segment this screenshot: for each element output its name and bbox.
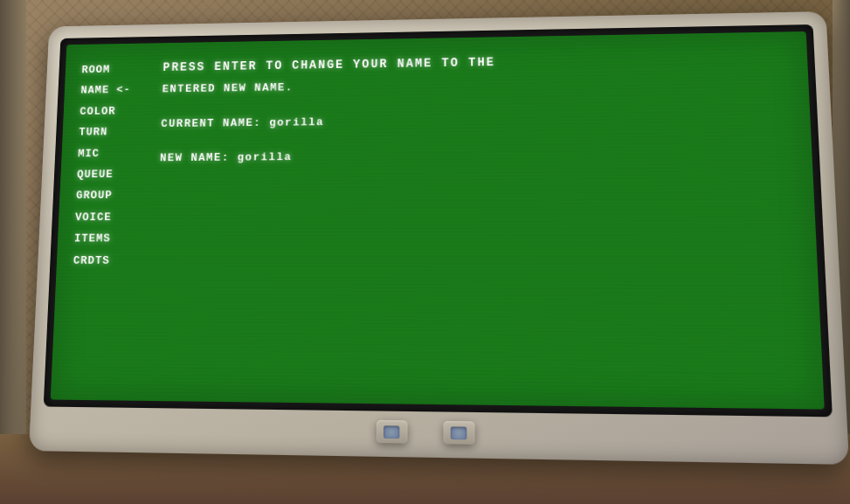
content-area: PRESS ENTER TO CHANGE YOUR NAME TO THE E… bbox=[144, 47, 805, 392]
monitor-controls bbox=[376, 420, 474, 445]
wall-left bbox=[0, 0, 26, 504]
new-name-val: gorilla bbox=[238, 150, 293, 163]
sidebar: ROOM NAME <- COLOR TURN MIC QUEUE GROUP … bbox=[68, 58, 155, 384]
monitor-button-right[interactable] bbox=[443, 421, 474, 445]
sidebar-item-crdts[interactable]: CRDTS bbox=[73, 251, 149, 271]
scene: ROOM NAME <- COLOR TURN MIC QUEUE GROUP … bbox=[0, 0, 850, 504]
screen-bezel: ROOM NAME <- COLOR TURN MIC QUEUE GROUP … bbox=[44, 24, 833, 417]
sidebar-item-turn[interactable]: TURN bbox=[79, 122, 153, 142]
monitor-wrapper: ROOM NAME <- COLOR TURN MIC QUEUE GROUP … bbox=[26, 13, 824, 452]
sidebar-item-group[interactable]: GROUP bbox=[76, 186, 151, 206]
sidebar-item-voice[interactable]: VOICE bbox=[75, 207, 150, 227]
current-name-val: gorilla bbox=[269, 115, 324, 128]
sidebar-item-queue[interactable]: QUEUE bbox=[77, 164, 152, 184]
current-name-label: CURRENT NAME: bbox=[161, 116, 261, 130]
new-name-label-text: NEW NAME: bbox=[160, 151, 230, 164]
sidebar-item-color[interactable]: COLOR bbox=[79, 101, 154, 121]
sidebar-item-room[interactable]: ROOM bbox=[81, 59, 155, 79]
sidebar-item-mic[interactable]: MIC bbox=[78, 143, 152, 163]
screen: ROOM NAME <- COLOR TURN MIC QUEUE GROUP … bbox=[51, 31, 825, 410]
sidebar-item-name[interactable]: NAME <- bbox=[80, 80, 155, 100]
sidebar-item-items[interactable]: ITEMS bbox=[74, 229, 149, 249]
monitor: ROOM NAME <- COLOR TURN MIC QUEUE GROUP … bbox=[29, 11, 849, 465]
monitor-button-left[interactable] bbox=[376, 420, 407, 444]
